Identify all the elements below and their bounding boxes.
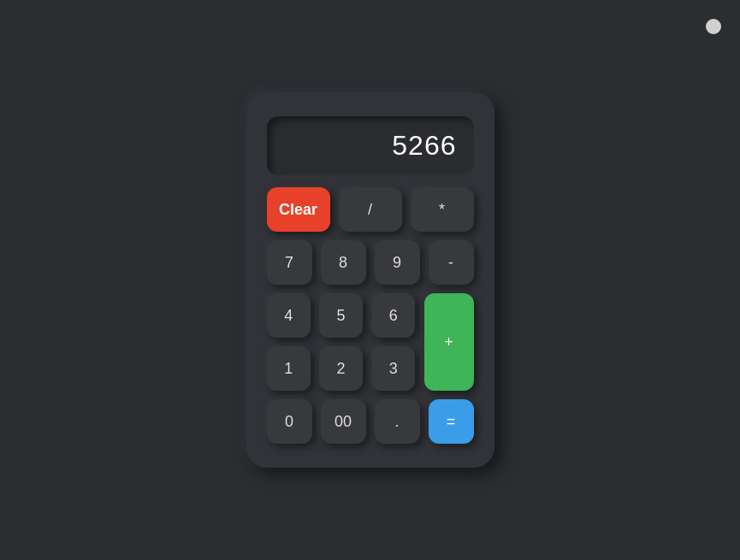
multiply-button[interactable]: * bbox=[411, 187, 474, 232]
divide-button[interactable]: / bbox=[339, 187, 402, 232]
row-3-4: 4 5 6 1 2 3 + bbox=[267, 293, 474, 391]
row-4-inner: 1 2 3 bbox=[267, 346, 416, 391]
buttons-grid: Clear / * 7 8 9 - 4 5 6 1 2 bbox=[267, 187, 474, 444]
equals-button[interactable]: = bbox=[429, 399, 474, 444]
row-2: 7 8 9 - bbox=[267, 240, 474, 285]
seven-button[interactable]: 7 bbox=[267, 240, 312, 285]
calculator: 5266 Clear / * 7 8 9 - 4 5 6 bbox=[246, 92, 494, 468]
row-3-inner: 4 5 6 bbox=[267, 293, 416, 338]
six-button[interactable]: 6 bbox=[371, 293, 415, 338]
three-button[interactable]: 3 bbox=[371, 346, 415, 391]
four-button[interactable]: 4 bbox=[267, 293, 311, 338]
clear-button[interactable]: Clear bbox=[267, 187, 330, 232]
decimal-button[interactable]: . bbox=[375, 399, 420, 444]
zero-button[interactable]: 0 bbox=[267, 399, 312, 444]
col-left: 4 5 6 1 2 3 bbox=[267, 293, 416, 391]
one-button[interactable]: 1 bbox=[267, 346, 311, 391]
row-5: 0 00 . = bbox=[267, 399, 474, 444]
two-button[interactable]: 2 bbox=[319, 346, 363, 391]
top-right-indicator bbox=[706, 19, 721, 34]
row-1: Clear / * bbox=[267, 187, 474, 232]
doublezero-button[interactable]: 00 bbox=[321, 399, 366, 444]
eight-button[interactable]: 8 bbox=[321, 240, 366, 285]
five-button[interactable]: 5 bbox=[319, 293, 363, 338]
display-value: 5266 bbox=[392, 130, 456, 162]
subtract-button[interactable]: - bbox=[429, 240, 474, 285]
add-button[interactable]: + bbox=[424, 293, 474, 391]
calculator-display: 5266 bbox=[267, 116, 474, 175]
nine-button[interactable]: 9 bbox=[375, 240, 420, 285]
col-right: + bbox=[424, 293, 474, 391]
